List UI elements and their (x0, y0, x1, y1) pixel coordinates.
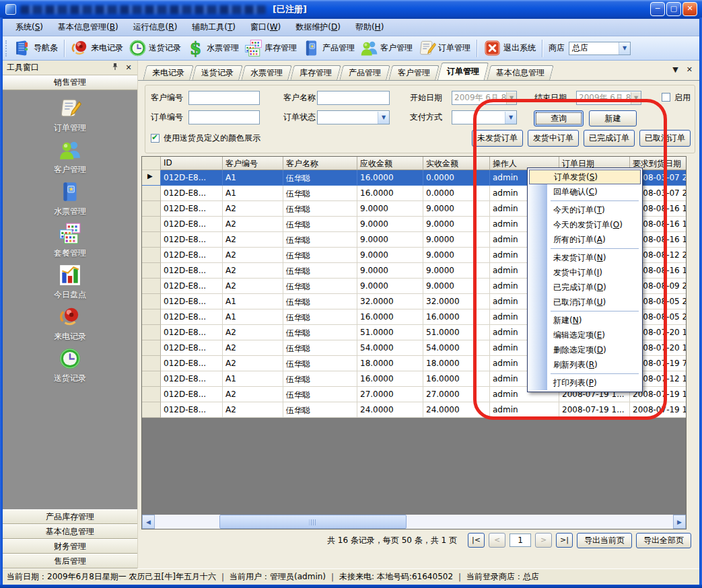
close-button[interactable]: ✕ (682, 2, 697, 16)
customer-no-input[interactable] (188, 91, 260, 105)
toolbar-button-product[interactable]: ★产品管理 (300, 38, 357, 59)
menubar-item-system[interactable]: 系统(S) (8, 19, 50, 36)
menubar-item-runtime-info[interactable]: 运行信息(R) (126, 19, 185, 36)
menubar-item-aux-tools[interactable]: 辅助工具(T) (184, 19, 243, 36)
row-selector-cell[interactable] (142, 387, 161, 402)
tab-customer[interactable]: 客户管理 (388, 65, 439, 80)
column-header[interactable]: 客户编号 (223, 157, 283, 170)
context-menu-item-shipping-orders[interactable]: 发货中订单(I) (529, 265, 641, 280)
toolbar-button-inventory[interactable]: 库存管理 (242, 38, 300, 59)
toolbar-button-water-ticket[interactable]: $水票管理 (184, 38, 242, 59)
order-no-input[interactable] (188, 110, 260, 124)
row-selector-cell[interactable] (142, 309, 161, 325)
row-selector-cell[interactable] (142, 186, 161, 201)
order-status-combobox[interactable]: ▼ (317, 110, 390, 124)
context-menu-item-cancelled-orders[interactable]: 已取消订单(U) (529, 295, 641, 309)
last-page-button[interactable]: >| (556, 533, 573, 548)
tab-order[interactable]: 订单管理 (437, 63, 489, 80)
menubar-item-basic-info[interactable]: 基本信息管理(B) (50, 19, 126, 36)
sidebar-item-customer-management[interactable]: 客户管理 (3, 139, 137, 180)
sidebar-section-basic-info-management[interactable]: 基本信息管理 (3, 524, 137, 539)
sidebar-section-product-inventory-management[interactable]: 产品库存管理 (3, 509, 137, 524)
shipping-orders-button[interactable]: 发货中订单 (528, 130, 579, 147)
completed-orders-button[interactable]: 已完成订单 (584, 130, 635, 147)
tab-water-ticket[interactable]: 水票管理 (241, 65, 291, 80)
scroll-left-icon[interactable]: ◀ (142, 515, 155, 529)
end-date-picker[interactable]: 2009年 6月 8日 ▼ (576, 91, 641, 105)
toolbar-button-nav-bar[interactable]: 导航条 (11, 38, 61, 59)
row-selector-cell[interactable] (142, 232, 161, 248)
row-selector-cell[interactable] (142, 248, 161, 263)
row-selector-cell[interactable] (142, 217, 161, 232)
unshipped-orders-button[interactable]: 未发货订单 (472, 130, 523, 147)
close-icon[interactable]: ✕ (124, 63, 133, 72)
table-row[interactable]: 012D-E8...A2伍华聪24.000024.0000admin2008-0… (142, 402, 686, 418)
scroll-right-icon[interactable]: ▶ (673, 515, 686, 529)
scrollbar-track[interactable] (155, 515, 673, 529)
menubar-item-help[interactable]: 帮助(H) (348, 19, 391, 36)
sidebar-item-delivery-records[interactable]: 送货记录 (3, 347, 137, 389)
sidebar-item-water-ticket-management[interactable]: ★水票管理 (3, 180, 137, 222)
row-selector-cell[interactable] (142, 294, 161, 309)
new-button[interactable]: 新建 (589, 110, 637, 126)
first-page-button[interactable]: |< (468, 533, 485, 548)
chevron-down-icon[interactable]: ▼ (378, 112, 389, 124)
chevron-down-icon[interactable]: ▼ (506, 92, 516, 104)
delivery-color-checkbox[interactable] (151, 134, 160, 143)
context-menu-item-completed-orders[interactable]: 已完成订单(D) (529, 280, 641, 295)
toolbar-button-customer[interactable]: 客户管理 (357, 38, 415, 59)
page-number-input[interactable] (510, 534, 531, 547)
horizontal-scrollbar[interactable]: ◀ ▶ (142, 515, 686, 529)
pin-icon[interactable] (110, 63, 120, 73)
context-menu-item-delete-selected[interactable]: 删除选定项(D) (529, 342, 641, 357)
chevron-down-icon[interactable]: ▼ (631, 92, 641, 104)
context-menu-item-today-ship-orders[interactable]: 今天的发货订单(O) (529, 217, 641, 232)
customer-name-input[interactable] (317, 91, 390, 105)
next-page-button[interactable]: > (535, 533, 552, 548)
scrollbar-thumb[interactable] (219, 515, 407, 529)
export-all-pages-button[interactable]: 导出全部页 (636, 533, 691, 548)
pay-method-combobox[interactable]: ▼ (452, 110, 517, 124)
enable-checkbox[interactable] (662, 93, 670, 102)
tab-close-icon[interactable]: ✕ (687, 65, 693, 74)
maximize-button[interactable]: ▢ (666, 2, 681, 16)
context-menu-item-today-orders[interactable]: 今天的订单(T) (529, 203, 641, 217)
search-button[interactable]: 查询 (534, 110, 584, 126)
tab-list-chevron-down-icon[interactable]: ▼ (672, 65, 678, 74)
row-selector-cell[interactable] (142, 325, 161, 340)
column-header[interactable]: 实收金额 (423, 157, 490, 170)
tab-product[interactable]: 产品管理 (339, 65, 390, 80)
start-date-picker[interactable]: 2009年 6月 8日 ▼ (452, 91, 517, 105)
row-selector-cell[interactable] (142, 402, 161, 418)
sidebar-section-after-sales-management[interactable]: 售后管理 (3, 554, 137, 568)
menubar-item-window[interactable]: 窗口(W) (243, 19, 288, 36)
chevron-down-icon[interactable]: ▼ (505, 112, 516, 124)
cancelled-orders-button[interactable]: 已取消订单 (639, 130, 691, 147)
context-menu-item-new[interactable]: 新建(N) (529, 313, 641, 328)
column-header[interactable]: 应收金额 (357, 157, 423, 170)
row-selector-cell[interactable] (142, 340, 161, 356)
tab-inventory[interactable]: 库存管理 (290, 65, 341, 80)
context-menu-item-print-list[interactable]: 打印列表(P) (529, 375, 641, 390)
sidebar-item-order-management[interactable]: 订单管理 (3, 97, 137, 139)
shop-combobox[interactable]: 总店 ▼ (569, 42, 631, 55)
context-menu-item-all-orders[interactable]: 所有的订单(A) (529, 232, 641, 247)
menubar-item-data-maintenance[interactable]: 数据维护(D) (288, 19, 348, 36)
toolbar-button-exit[interactable]: 退出系统 (481, 38, 538, 59)
context-menu-item-edit-selected[interactable]: 编辑选定项(E) (529, 328, 641, 342)
context-menu-item-ship-order[interactable]: 订单发货(S) (529, 170, 641, 184)
column-header[interactable]: 客户名称 (283, 157, 357, 170)
tab-basic-info[interactable]: 基本信息管理 (487, 65, 553, 80)
sidebar-section-finance-management[interactable]: 财务管理 (3, 539, 137, 554)
row-selector-cell[interactable] (142, 201, 161, 217)
sidebar-group-sales[interactable]: 销售管理 (3, 75, 137, 90)
export-current-page-button[interactable]: 导出当前页 (577, 533, 632, 548)
tab-call-records[interactable]: 来电记录 (143, 65, 193, 80)
context-menu-item-receipt-confirm[interactable]: 回单确认(C) (529, 184, 641, 199)
toolbar-button-call-records[interactable]: 来电记录 (68, 38, 126, 59)
minimize-button[interactable]: ─ (650, 2, 665, 16)
sidebar-item-today-inventory[interactable]: 今日盘点 (3, 264, 137, 305)
row-selector-cell[interactable] (142, 356, 161, 371)
column-header[interactable]: ID (161, 157, 223, 170)
row-selector-cell[interactable] (142, 263, 161, 279)
